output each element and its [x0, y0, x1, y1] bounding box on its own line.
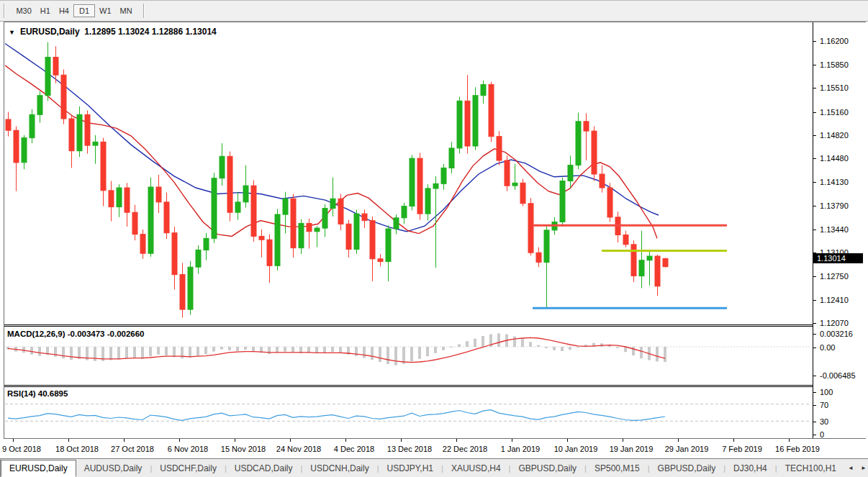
current-price-tag: 1.13014 — [813, 253, 863, 263]
axis-tick — [813, 405, 816, 406]
axis-tick — [813, 112, 816, 113]
rsi-label: RSI(14) 40.6895 — [7, 389, 68, 398]
chart-dropdown-icon[interactable]: ▼ — [9, 29, 15, 36]
timeframe-button-d1[interactable]: D1 — [73, 4, 95, 17]
timeframe-button-mn[interactable]: MN — [116, 5, 137, 17]
date-tick — [567, 439, 568, 442]
date-axis-label: 18 Oct 2018 — [55, 445, 99, 453]
date-tick — [623, 439, 623, 442]
macd-axis-label: -0.006485 — [820, 371, 856, 380]
axis-tick — [813, 334, 816, 335]
macd-axis-label: 0.003216 — [820, 330, 853, 338]
date-tick — [401, 439, 402, 442]
axis-tick — [813, 65, 816, 65]
price-axis-label: 1.13790 — [820, 201, 849, 210]
price-axis-label: 1.15510 — [820, 83, 849, 92]
axis-tick — [813, 392, 816, 393]
timeframe-bar: M30H1H4D1W1MN — [12, 4, 136, 16]
date-axis-label: 22 Dec 2018 — [443, 445, 487, 453]
tab-usdchf-daily[interactable]: USDCHF,Daily — [152, 459, 225, 477]
macd-axis-label: 0.00 — [820, 343, 835, 352]
tab-sp500-m15[interactable]: SP500,M15 — [587, 459, 648, 477]
date-tick — [290, 439, 291, 442]
axis-tick — [813, 435, 816, 435]
date-axis-label: 6 Nov 2018 — [168, 445, 208, 453]
date-axis-label: 19 Jan 2019 — [610, 445, 654, 453]
rsi-axis-label: 30 — [820, 417, 828, 426]
date-tick — [512, 439, 512, 442]
chart-ohlc-values: 1.12895 1.13024 1.12886 1.13014 — [84, 27, 217, 37]
price-axis: 1.162001.158501.155101.151601.148201.144… — [813, 22, 866, 438]
axis-tick — [813, 347, 816, 348]
axis-tick — [813, 206, 816, 206]
rsi-plot[interactable] — [5, 387, 810, 437]
price-axis-label: 1.12410 — [820, 296, 849, 304]
timeframe-toolbar: M30H1H4D1W1MN — [0, 0, 868, 22]
date-axis: 9 Oct 201818 Oct 201827 Oct 20186 Nov 20… — [0, 439, 868, 459]
tab-items: EURUSD,DailyAUDUSD,Daily|USDCHF,Daily|US… — [1, 459, 844, 477]
price-axis-label: 1.13440 — [820, 225, 849, 234]
price-axis-label: 1.15850 — [820, 60, 849, 69]
timeframe-button-w1[interactable]: W1 — [95, 5, 116, 17]
tab-audusd-daily[interactable]: AUDUSD,Daily — [76, 459, 150, 477]
chart-tab-bar: EURUSD,DailyAUDUSD,Daily|USDCHF,Daily|US… — [0, 459, 868, 477]
tab-usdcnh-daily[interactable]: USDCNH,Daily — [302, 459, 376, 477]
date-axis-label: 15 Nov 2018 — [221, 445, 266, 453]
date-axis-label: 24 Nov 2018 — [276, 445, 321, 453]
chart-window: 1.162001.158501.155101.151601.148201.144… — [4, 22, 866, 439]
tab-scroll-arrows: ◄ ► — [844, 459, 868, 477]
chart-title: ▼EURUSD,Daily 1.12895 1.13024 1.12886 1.… — [9, 27, 217, 37]
date-axis-label: 16 Feb 2019 — [775, 445, 820, 453]
axis-tick — [813, 323, 816, 324]
tab-dj30-h4[interactable]: DJ30,H4 — [725, 459, 775, 477]
axis-tick — [813, 422, 816, 422]
axis-tick — [813, 300, 816, 301]
date-tick — [456, 439, 457, 442]
macd-label: MACD(12,26,9) -0.003473 -0.002660 — [7, 330, 145, 338]
tab-gbpusd-daily[interactable]: GBPUSD,Daily — [650, 459, 724, 477]
date-tick — [345, 439, 346, 442]
date-axis-label: 29 Jan 2019 — [665, 445, 709, 453]
date-axis-label: 13 Dec 2018 — [387, 445, 432, 453]
rsi-axis-label: 0 — [820, 430, 824, 439]
axis-tick — [813, 276, 816, 277]
axis-tick — [813, 88, 816, 88]
axis-tick — [813, 135, 816, 136]
date-axis-label: 9 Oct 2018 — [2, 445, 41, 453]
tab-xauusd-h4[interactable]: XAUUSD,H4 — [443, 459, 509, 477]
date-tick — [13, 439, 14, 442]
price-axis-label: 1.15160 — [820, 108, 849, 117]
tab-tech100-h1[interactable]: TECH100,H1 — [777, 459, 844, 477]
timeframe-button-m30[interactable]: M30 — [12, 5, 35, 17]
price-axis-label: 1.14820 — [820, 131, 849, 140]
tab-usdjpy-h1[interactable]: USDJPY,H1 — [379, 459, 441, 477]
price-axis-label: 1.16200 — [820, 37, 849, 45]
rsi-axis-label: 100 — [820, 388, 833, 396]
rsi-axis-label: 70 — [820, 401, 828, 409]
date-axis-label: 4 Dec 2018 — [334, 445, 374, 453]
date-tick — [733, 439, 734, 442]
tab-gbpusd-daily[interactable]: GBPUSD,Daily — [510, 459, 584, 477]
price-axis-label: 1.12070 — [820, 319, 849, 327]
timeframe-button-h4[interactable]: H4 — [55, 5, 73, 17]
price-axis-label: 1.14480 — [820, 154, 849, 163]
timeframe-button-h1[interactable]: H1 — [36, 5, 55, 17]
tab-usdcad-daily[interactable]: USDCAD,Daily — [227, 459, 301, 477]
axis-tick — [813, 41, 816, 42]
date-tick — [179, 439, 180, 442]
axis-tick — [813, 376, 816, 376]
tab-eurusd-daily[interactable]: EURUSD,Daily — [1, 460, 76, 477]
date-tick — [789, 439, 790, 442]
toolbar-separator — [4, 4, 5, 18]
price-axis-label: 1.12750 — [820, 272, 849, 281]
tab-scroll-right-icon[interactable]: ► — [857, 463, 868, 473]
price-axis-label: 1.14130 — [820, 178, 849, 186]
date-axis-label: 1 Jan 2019 — [501, 445, 540, 453]
date-axis-label: 27 Oct 2018 — [111, 445, 154, 453]
toolbar-separator — [143, 4, 145, 18]
tab-scroll-left-icon[interactable]: ◄ — [844, 463, 857, 473]
axis-tick — [813, 230, 816, 230]
date-tick — [68, 439, 69, 442]
panel-splitter[interactable] — [4, 324, 865, 327]
price-chart-plot[interactable] — [5, 23, 810, 324]
